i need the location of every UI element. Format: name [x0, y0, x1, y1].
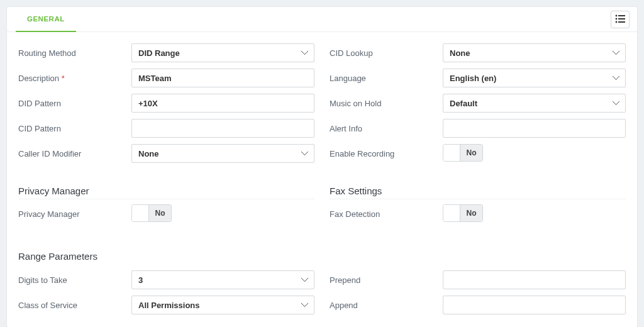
list-view-button[interactable] — [611, 11, 630, 28]
right-column: CID Lookup None Language English (en) — [330, 43, 626, 169]
required-indicator: * — [62, 74, 65, 83]
svg-point-1 — [616, 18, 618, 19]
fax-detection-toggle[interactable]: No — [443, 204, 483, 222]
label-append: Append — [330, 301, 443, 310]
label-prepend: Prepend — [330, 275, 443, 285]
label-cid-pattern: CID Pattern — [18, 124, 131, 133]
label-language: Language — [330, 74, 443, 83]
did-pattern-input[interactable] — [131, 94, 314, 113]
left-column: Routing Method DID Range Description * — [18, 43, 314, 169]
cid-pattern-input[interactable] — [131, 119, 314, 138]
digits-to-take-select[interactable]: 3 — [131, 270, 314, 289]
label-routing-method: Routing Method — [18, 48, 131, 58]
class-of-service-select[interactable]: All Permissions — [131, 296, 314, 314]
music-on-hold-select[interactable]: Default — [443, 94, 626, 113]
label-cid-lookup: CID Lookup — [330, 48, 443, 58]
routing-method-select[interactable]: DID Range — [131, 43, 314, 62]
label-class-of-service: Class of Service — [18, 301, 131, 310]
append-input[interactable] — [443, 296, 626, 314]
toggle-value: No — [148, 205, 171, 221]
svg-rect-3 — [618, 15, 625, 16]
tab-bar: GENERAL — [7, 7, 637, 32]
svg-point-0 — [616, 14, 618, 16]
alert-info-input[interactable] — [443, 119, 626, 138]
heading-fax-settings: Fax Settings — [330, 186, 626, 199]
prepend-input[interactable] — [443, 270, 626, 289]
label-enable-recording: Enable Recording — [330, 149, 443, 158]
heading-range-parameters: Range Parameters — [18, 251, 637, 262]
list-icon — [615, 14, 625, 25]
settings-panel: GENERAL Routing Method — [6, 6, 638, 327]
label-did-pattern: DID Pattern — [18, 99, 131, 108]
label-alert-info: Alert Info — [330, 124, 443, 133]
cid-lookup-select[interactable]: None — [443, 43, 626, 62]
enable-recording-toggle[interactable]: No — [443, 144, 483, 162]
label-caller-id-modifier: Caller ID Modifier — [18, 149, 131, 158]
privacy-manager-toggle[interactable]: No — [131, 204, 172, 222]
svg-rect-5 — [618, 21, 625, 23]
svg-rect-4 — [618, 18, 625, 19]
label-fax-detection: Fax Detection — [330, 209, 443, 219]
toggle-value: No — [460, 205, 482, 221]
label-description: Description * — [18, 74, 131, 83]
heading-privacy-manager: Privacy Manager — [18, 186, 314, 199]
tab-general[interactable]: GENERAL — [16, 7, 76, 32]
label-digits-to-take: Digits to Take — [18, 275, 131, 285]
description-input[interactable] — [131, 69, 314, 87]
label-privacy-manager: Privacy Manager — [18, 209, 131, 219]
toggle-value: No — [460, 145, 482, 161]
caller-id-modifier-select[interactable]: None — [131, 144, 314, 163]
label-music-on-hold: Music on Hold — [330, 99, 443, 108]
svg-point-2 — [616, 21, 618, 23]
language-select[interactable]: English (en) — [443, 69, 626, 87]
